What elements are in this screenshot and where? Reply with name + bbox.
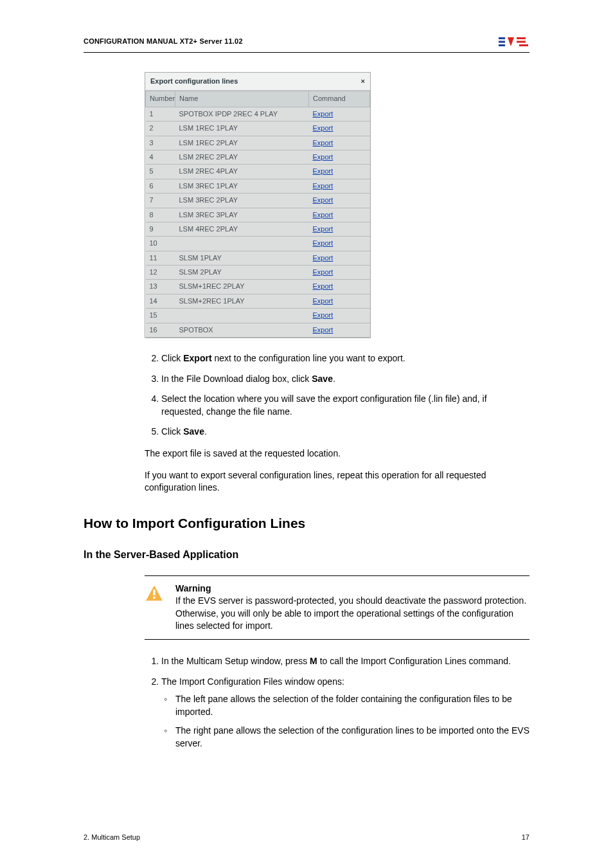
col-command: Command [309,91,370,107]
warning-box: Warning If the EVS server is password-pr… [145,575,529,640]
step-3: In the File Download dialog box, click S… [161,373,529,386]
page-header: CONFIGURATION MANUAL XT2+ Server 11.02 [84,35,529,53]
export-result-text: The export file is saved at the requeste… [145,448,529,460]
evs-logo [499,35,529,48]
table-row: 12SLSM 2PLAYExport [146,266,370,280]
dialog-title: Export configuration lines [150,77,238,86]
svg-marker-3 [508,37,514,46]
page-footer: 2. Multicam Setup 17 [84,833,529,842]
import-subheading: In the Server-Based Application [84,548,529,562]
table-row: 14SLSM+2REC 1PLAYExport [146,294,370,308]
export-config-dialog: Export configuration lines × Number Name… [145,72,371,338]
export-link[interactable]: Export [313,139,333,147]
table-row: 6LSM 3REC 1PLAYExport [146,179,370,193]
table-row: 13SLSM+1REC 2PLAYExport [146,280,370,294]
step-2: Click Export next to the configuration l… [161,352,529,365]
export-link[interactable]: Export [313,182,333,190]
import-step-2: The Import Configuration Files window op… [161,676,529,750]
header-title: CONFIGURATION MANUAL XT2+ Server 11.02 [84,37,243,46]
export-link[interactable]: Export [313,110,333,118]
table-row: 15Export [146,309,370,323]
import-bullet-right-pane: The right pane allows the selection of t… [175,725,529,750]
config-lines-table: Number Name Command 1SPOTBOX IPDP 2REC 4… [145,91,370,338]
table-row: 7LSM 3REC 2PLAYExport [146,194,370,208]
import-steps: In the Multicam Setup window, press M to… [145,655,529,750]
import-heading: How to Import Configuration Lines [84,514,529,532]
warning-icon [145,583,166,633]
import-bullet-left-pane: The left pane allows the selection of th… [175,693,529,718]
export-link[interactable]: Export [313,225,333,233]
export-link[interactable]: Export [313,196,333,204]
table-row: 2LSM 1REC 1PLAYExport [146,122,370,136]
export-link[interactable]: Export [313,297,333,305]
export-repeat-text: If you want to export several configurat… [145,469,529,494]
evs-logo-icon [499,35,529,48]
config-rows: 1SPOTBOX IPDP 2REC 4 PLAYExport 2LSM 1RE… [146,107,370,337]
export-link[interactable]: Export [313,153,333,161]
step-4: Select the location where you will save … [161,393,529,418]
svg-rect-10 [153,597,155,599]
export-link[interactable]: Export [313,254,333,262]
export-link[interactable]: Export [313,167,333,175]
export-steps: Click Export next to the configuration l… [145,352,529,439]
export-link[interactable]: Export [313,311,333,319]
step-5: Click Save. [161,426,529,439]
warning-body: If the EVS server is password-protected,… [175,595,526,631]
warning-label: Warning [175,583,211,593]
svg-rect-2 [499,44,505,46]
footer-page-number: 17 [522,833,529,842]
table-row: 10Export [146,237,370,251]
svg-rect-6 [519,44,528,46]
table-row: 3LSM 1REC 2PLAYExport [146,136,370,150]
table-row: 16SPOTBOXExport [146,323,370,337]
dialog-titlebar: Export configuration lines × [145,73,370,91]
export-link[interactable]: Export [313,124,333,132]
col-number: Number [146,91,175,107]
import-step-1: In the Multicam Setup window, press M to… [161,655,529,668]
export-link[interactable]: Export [313,282,333,290]
table-row: 11SLSM 1PLAYExport [146,251,370,265]
table-row: 5LSM 2REC 4PLAYExport [146,165,370,179]
warning-text: Warning If the EVS server is password-pr… [175,583,529,633]
export-link[interactable]: Export [313,239,333,247]
export-link[interactable]: Export [313,268,333,276]
svg-rect-9 [153,590,155,595]
table-row: 9LSM 4REC 2PLAYExport [146,222,370,236]
export-link[interactable]: Export [313,326,333,334]
svg-rect-5 [517,41,526,43]
footer-section: 2. Multicam Setup [84,833,140,842]
table-row: 1SPOTBOX IPDP 2REC 4 PLAYExport [146,107,370,121]
svg-rect-4 [517,37,526,39]
export-link[interactable]: Export [313,211,333,219]
svg-rect-0 [499,37,505,39]
table-row: 8LSM 3REC 3PLAYExport [146,208,370,222]
table-row: 4LSM 2REC 2PLAYExport [146,150,370,164]
svg-rect-1 [499,41,505,43]
close-icon[interactable]: × [361,77,365,86]
col-name: Name [175,91,309,107]
